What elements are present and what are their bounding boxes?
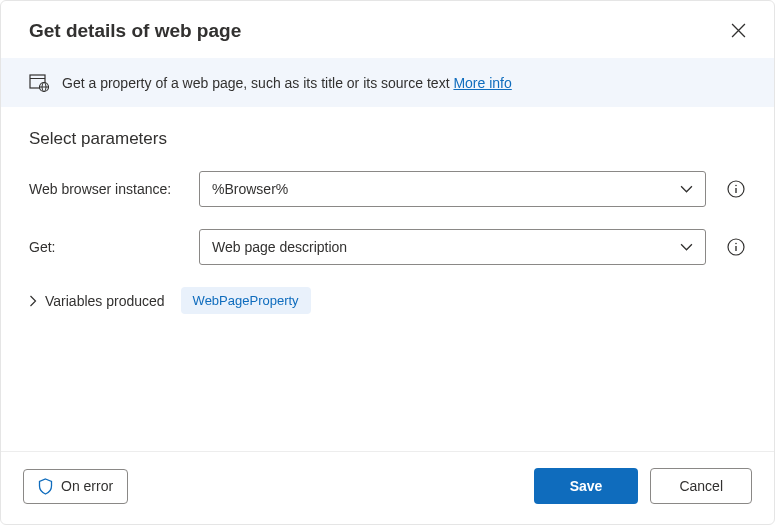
svg-point-6 <box>735 185 737 187</box>
save-button[interactable]: Save <box>534 468 639 504</box>
shield-icon <box>38 478 53 495</box>
web-page-icon <box>29 72 50 93</box>
on-error-label: On error <box>61 478 113 494</box>
cancel-button[interactable]: Cancel <box>650 468 752 504</box>
info-text: Get a property of a web page, such as it… <box>62 75 512 91</box>
variables-produced-row: Variables produced WebPageProperty <box>29 287 746 314</box>
browser-instance-select[interactable]: %Browser% <box>199 171 706 207</box>
info-button-get[interactable] <box>726 237 746 257</box>
chevron-down-icon <box>680 185 693 193</box>
variable-pill[interactable]: WebPageProperty <box>181 287 311 314</box>
field-browser-instance: Web browser instance: %Browser% <box>29 171 746 207</box>
info-bar: Get a property of a web page, such as it… <box>1 58 774 107</box>
svg-point-9 <box>735 243 737 245</box>
footer-actions: Save Cancel <box>534 468 752 504</box>
dialog-header: Get details of web page <box>1 1 774 58</box>
dialog-footer: On error Save Cancel <box>1 451 774 524</box>
field-label-browser: Web browser instance: <box>29 181 189 197</box>
on-error-button[interactable]: On error <box>23 469 128 504</box>
info-description: Get a property of a web page, such as it… <box>62 75 453 91</box>
info-icon <box>727 180 745 198</box>
get-value: Web page description <box>212 239 347 255</box>
close-icon <box>731 23 746 38</box>
field-label-get: Get: <box>29 239 189 255</box>
dialog-title: Get details of web page <box>29 20 241 42</box>
more-info-link[interactable]: More info <box>453 75 511 91</box>
browser-instance-value: %Browser% <box>212 181 288 197</box>
variables-produced-label: Variables produced <box>45 293 165 309</box>
chevron-down-icon <box>680 243 693 251</box>
get-select[interactable]: Web page description <box>199 229 706 265</box>
expand-variables-button[interactable] <box>29 295 37 307</box>
dialog-content: Select parameters Web browser instance: … <box>1 107 774 451</box>
info-icon <box>727 238 745 256</box>
section-title: Select parameters <box>29 129 746 149</box>
close-button[interactable] <box>727 19 750 42</box>
info-button-browser[interactable] <box>726 179 746 199</box>
field-get: Get: Web page description <box>29 229 746 265</box>
